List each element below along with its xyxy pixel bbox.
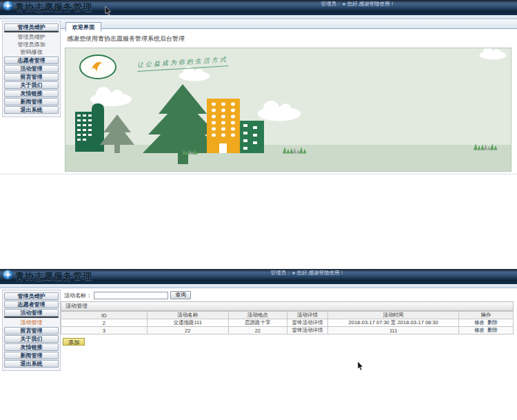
activity-search-row: 活动名称： 查询 bbox=[61, 288, 517, 301]
cell-actions: 修改删除 bbox=[459, 327, 514, 334]
cell-actions: 修改删除 bbox=[459, 319, 514, 327]
delete-link[interactable]: 删除 bbox=[487, 319, 498, 326]
cell-id: 2 bbox=[61, 319, 148, 327]
cell-detail: 雷锋活动详情 bbox=[287, 327, 327, 334]
sidebar-item-volunteers[interactable]: 志愿者管理 bbox=[4, 301, 59, 308]
activity-content: 活动名称： 查询 活动管理 ID 活动名称 活动地点 活动详情 活动时间 操作 bbox=[61, 288, 517, 347]
city-illustration-svg bbox=[65, 48, 511, 171]
sidebar-item-messages[interactable]: 留言管理 bbox=[4, 327, 59, 334]
col-id: ID bbox=[61, 312, 148, 319]
activity-page-screenshot: 青协志愿服务管理 管理员： 您好,感谢登陆使用！ 管理员维护 志愿者管理 活动管… bbox=[0, 269, 517, 420]
sidebar-item-news[interactable]: 新闻管理 bbox=[4, 352, 59, 359]
search-label: 活动名称： bbox=[64, 292, 92, 299]
col-name: 活动名称 bbox=[147, 312, 228, 319]
sidebar-item-volunteers[interactable]: 志愿者管理 bbox=[4, 57, 59, 64]
admin-message: 您好,感谢登陆使用！ bbox=[347, 1, 395, 8]
col-time: 活动时间 bbox=[328, 312, 459, 319]
query-button[interactable]: 查询 bbox=[170, 291, 191, 299]
admin-status: 管理员： 您好,感谢登陆使用！ bbox=[270, 270, 345, 277]
edit-link[interactable]: 修改 bbox=[474, 327, 485, 333]
app-logo-icon bbox=[3, 270, 13, 283]
activity-table: ID 活动名称 活动地点 活动详情 活动时间 操作 2 交通指路111 思源路十… bbox=[61, 311, 514, 334]
sidebar-sub-activity-manage[interactable]: 活动管理 bbox=[4, 319, 59, 326]
sidebar-item-activities[interactable]: 活动管理 bbox=[4, 65, 59, 72]
green-building-right bbox=[240, 121, 264, 153]
app-logo-icon bbox=[3, 1, 13, 14]
sidebar-sub-password-change[interactable]: 密码修改 bbox=[4, 48, 59, 56]
admin-label: 管理员： bbox=[270, 270, 291, 277]
section-title: 活动管理 bbox=[61, 301, 514, 311]
tab-welcome[interactable]: 欢迎界面 bbox=[65, 22, 101, 32]
admin-message: 您好,感谢登陆使用！ bbox=[296, 270, 345, 277]
sidebar-item-messages[interactable]: 留言管理 bbox=[4, 73, 59, 81]
brand: 青协志愿服务管理 bbox=[3, 1, 92, 14]
tab-strip: 欢迎界面 bbox=[61, 19, 517, 29]
admin-status: 管理员： 您好,感谢登陆使用！ bbox=[321, 1, 395, 8]
sidebar-item-news[interactable]: 新闻管理 bbox=[4, 98, 59, 106]
app-title: 青协志愿服务管理 bbox=[15, 1, 92, 14]
app-title: 青协志愿服务管理 bbox=[15, 270, 92, 283]
user-icon bbox=[292, 272, 295, 274]
admin-label: 管理员： bbox=[321, 1, 341, 8]
sidebar-item-admin-maintain[interactable]: 管理员维护 bbox=[4, 292, 59, 300]
sidebar-sub-admin-add[interactable]: 管理员添加 bbox=[4, 41, 59, 48]
sidebar-item-links[interactable]: 友情链接 bbox=[4, 90, 59, 97]
orange-building bbox=[207, 99, 240, 153]
edit-link[interactable]: 修改 bbox=[474, 319, 485, 326]
brand: 青协志愿服务管理 bbox=[3, 270, 92, 283]
sidebar-item-links[interactable]: 友情链接 bbox=[4, 343, 59, 351]
add-button[interactable]: 添加 bbox=[63, 338, 85, 346]
cell-id: 3 bbox=[61, 327, 148, 334]
activity-name-input[interactable] bbox=[94, 292, 168, 299]
cell-time: 111 bbox=[328, 327, 459, 334]
cell-location: 22 bbox=[228, 327, 287, 334]
sidebar-sub-admin-maintain[interactable]: 管理员维护 bbox=[4, 33, 59, 41]
sidebar-main: 管理员维护 管理员维护 管理员添加 密码修改 志愿者管理 活动管理 留言管理 关… bbox=[2, 21, 61, 117]
cell-name: 22 bbox=[147, 327, 228, 334]
cell-name: 交通指路111 bbox=[147, 319, 228, 327]
cell-detail: 雷锋活动详情 bbox=[287, 319, 327, 327]
banner-logo-icon bbox=[80, 55, 116, 79]
cell-location: 思源路十字 bbox=[228, 319, 287, 327]
welcome-page-screenshot: 青协志愿服务管理 管理员： 您好,感谢登陆使用！ 管理员维护 管理员维护 管理员… bbox=[0, 0, 517, 174]
sidebar-activity: 管理员维护 志愿者管理 活动管理 活动管理 留言管理 关于我们 友情链接 新闻管… bbox=[2, 290, 61, 371]
welcome-content: 欢迎界面 感谢您使用青协志愿服务管理系统后台管理 bbox=[61, 19, 517, 172]
app-header: 青协志愿服务管理 管理员： 您好,感谢登陆使用！ bbox=[0, 0, 517, 15]
sidebar-item-activities[interactable]: 活动管理 bbox=[4, 309, 59, 317]
app-header: 青协志愿服务管理 管理员： 您好,感谢登陆使用！ bbox=[0, 269, 517, 284]
delete-link[interactable]: 删除 bbox=[487, 327, 498, 333]
table-header-row: ID 活动名称 活动地点 活动详情 活动时间 操作 bbox=[61, 312, 514, 319]
city-illustration: 让公益成为你的生活方式 bbox=[65, 48, 511, 172]
user-icon bbox=[343, 3, 345, 6]
sidebar-item-about-us[interactable]: 关于我们 bbox=[4, 81, 59, 89]
sidebar-item-about-us[interactable]: 关于我们 bbox=[4, 335, 59, 343]
welcome-message: 感谢您使用青协志愿服务管理系统后台管理 bbox=[61, 29, 517, 48]
sidebar-item-admin-maintain[interactable]: 管理员维护 bbox=[4, 23, 59, 31]
cell-time: 2018-03-17 07:30 至 2018-03-17 08:30 bbox=[328, 319, 459, 327]
table-row: 3 22 22 雷锋活动详情 111 修改删除 bbox=[61, 327, 514, 334]
sidebar-item-logout[interactable]: 退出系统 bbox=[4, 360, 59, 368]
sidebar-item-logout[interactable]: 退出系统 bbox=[4, 106, 59, 114]
col-location: 活动地点 bbox=[228, 312, 287, 319]
col-actions: 操作 bbox=[459, 312, 514, 319]
col-detail: 活动详情 bbox=[287, 312, 327, 319]
table-row: 2 交通指路111 思源路十字 雷锋活动详情 2018-03-17 07:30 … bbox=[61, 319, 514, 327]
